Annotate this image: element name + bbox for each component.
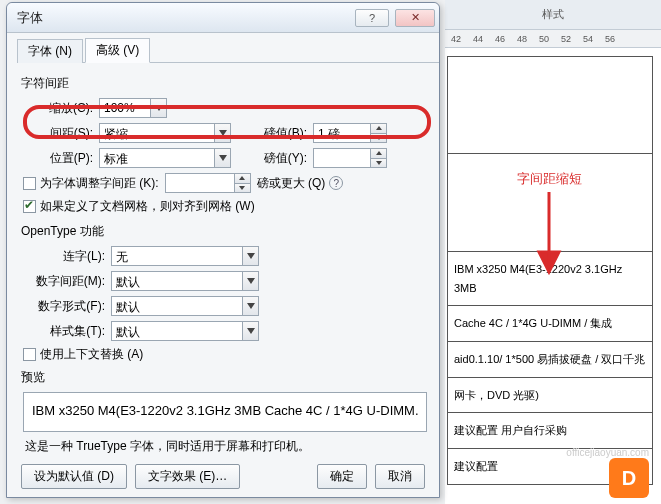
table-cell[interactable] bbox=[447, 56, 653, 154]
defaults-button[interactable]: 设为默认值 (D) bbox=[21, 464, 127, 489]
tab-advanced[interactable]: 高级 (V) bbox=[85, 38, 150, 63]
styleset-value: 默认 bbox=[112, 322, 242, 340]
spacing-label: 间距(S): bbox=[23, 125, 93, 142]
spin-down-icon[interactable] bbox=[235, 183, 250, 193]
ruler-tick: 48 bbox=[517, 34, 527, 44]
position-points-value bbox=[314, 149, 370, 167]
close-icon: ✕ bbox=[411, 11, 420, 24]
text-effects-button[interactable]: 文字效果 (E)… bbox=[135, 464, 240, 489]
styleset-dropdown[interactable]: 默认 bbox=[111, 321, 259, 341]
ok-button[interactable]: 确定 bbox=[317, 464, 367, 489]
spacing-value: 紧缩 bbox=[100, 124, 214, 142]
annotation-label: 字间距缩短 bbox=[464, 170, 634, 285]
position-dropdown[interactable]: 标准 bbox=[99, 148, 231, 168]
preview-note: 这是一种 TrueType 字体，同时适用于屏幕和打印机。 bbox=[25, 438, 425, 455]
kerning-spinner[interactable] bbox=[165, 173, 251, 193]
kerning-unit: 磅或更大 (Q) bbox=[257, 175, 326, 192]
ligatures-label: 连字(L): bbox=[23, 248, 105, 265]
question-icon: ? bbox=[369, 12, 375, 24]
ribbon-group-label: 样式 bbox=[445, 0, 661, 30]
position-value: 标准 bbox=[100, 149, 214, 167]
cancel-button[interactable]: 取消 bbox=[375, 464, 425, 489]
ruler-tick: 44 bbox=[473, 34, 483, 44]
chevron-down-icon bbox=[242, 322, 258, 340]
numforms-value: 默认 bbox=[112, 297, 242, 315]
numspacing-label: 数字间距(M): bbox=[23, 273, 105, 290]
chevron-down-icon bbox=[150, 99, 166, 117]
help-icon[interactable]: ? bbox=[329, 176, 343, 190]
table-cell[interactable]: aid0.1.10/ 1*500 易插拔硬盘 / 双口千兆 bbox=[447, 342, 653, 378]
chevron-down-icon bbox=[242, 272, 258, 290]
snap-grid-checkbox[interactable] bbox=[23, 200, 36, 213]
tab-label: 高级 (V) bbox=[96, 43, 139, 57]
scale-dropdown[interactable]: 100% bbox=[99, 98, 167, 118]
tab-font[interactable]: 字体 (N) bbox=[17, 39, 83, 63]
horizontal-ruler: 42 44 46 48 50 52 54 56 bbox=[445, 30, 661, 48]
preview-box: IBM x3250 M4(E3-1220v2 3.1GHz 3MB Cache … bbox=[23, 392, 427, 432]
tab-label: 字体 (N) bbox=[28, 44, 72, 58]
table-cell[interactable]: Cache 4C / 1*4G U-DIMM / 集成 bbox=[447, 306, 653, 342]
numspacing-dropdown[interactable]: 默认 bbox=[111, 271, 259, 291]
position-points-label: 磅值(Y): bbox=[247, 150, 307, 167]
points-value: 1 磅 bbox=[314, 124, 370, 142]
spin-down-icon[interactable] bbox=[371, 133, 386, 143]
styleset-label: 样式集(T): bbox=[23, 323, 105, 340]
ligatures-value: 无 bbox=[112, 247, 242, 265]
context-checkbox[interactable] bbox=[23, 348, 36, 361]
snap-grid-label: 如果定义了文档网格，则对齐到网格 (W) bbox=[40, 198, 255, 215]
points-label: 磅值(B): bbox=[247, 125, 307, 142]
spin-up-icon[interactable] bbox=[371, 124, 386, 133]
context-label: 使用上下文替换 (A) bbox=[40, 346, 143, 363]
points-spinner[interactable]: 1 磅 bbox=[313, 123, 387, 143]
position-label: 位置(P): bbox=[23, 150, 93, 167]
section-preview: 预览 bbox=[21, 369, 427, 386]
arrow-down-icon bbox=[534, 192, 564, 285]
spacing-dropdown[interactable]: 紧缩 bbox=[99, 123, 231, 143]
numforms-label: 数字形式(F): bbox=[23, 298, 105, 315]
section-opentype: OpenType 功能 bbox=[21, 223, 427, 240]
spin-up-icon[interactable] bbox=[235, 174, 250, 183]
numspacing-value: 默认 bbox=[112, 272, 242, 290]
ruler-tick: 50 bbox=[539, 34, 549, 44]
font-dialog: 字体 ? ✕ 字体 (N) 高级 (V) 字符间距 缩放(C): 100% 间距… bbox=[6, 2, 440, 498]
site-logo-icon: D bbox=[609, 458, 649, 498]
dialog-button-row: 设为默认值 (D) 文字效果 (E)… 确定 取消 bbox=[7, 464, 439, 489]
scale-value: 100% bbox=[100, 99, 150, 117]
help-button[interactable]: ? bbox=[355, 9, 389, 27]
table-cell[interactable]: 建议配置 用户自行采购 bbox=[447, 413, 653, 449]
ruler-tick: 56 bbox=[605, 34, 615, 44]
kerning-checkbox[interactable] bbox=[23, 177, 36, 190]
close-button[interactable]: ✕ bbox=[395, 9, 435, 27]
chevron-down-icon bbox=[242, 297, 258, 315]
dialog-titlebar[interactable]: 字体 ? ✕ bbox=[7, 3, 439, 33]
position-points-spinner[interactable] bbox=[313, 148, 387, 168]
watermark-text: officejiaoyuan.com bbox=[566, 447, 649, 458]
tab-row: 字体 (N) 高级 (V) bbox=[17, 39, 439, 63]
chevron-down-icon bbox=[214, 124, 230, 142]
ruler-tick: 52 bbox=[561, 34, 571, 44]
ruler-tick: 42 bbox=[451, 34, 461, 44]
dialog-title: 字体 bbox=[17, 9, 355, 27]
kerning-value bbox=[166, 174, 234, 192]
ruler-tick: 54 bbox=[583, 34, 593, 44]
chevron-down-icon bbox=[242, 247, 258, 265]
kerning-label: 为字体调整字间距 (K): bbox=[40, 175, 159, 192]
ligatures-dropdown[interactable]: 无 bbox=[111, 246, 259, 266]
spin-up-icon[interactable] bbox=[371, 149, 386, 158]
annotation-text: 字间距缩短 bbox=[517, 171, 582, 186]
spin-down-icon[interactable] bbox=[371, 158, 386, 168]
scale-label: 缩放(C): bbox=[23, 100, 93, 117]
ruler-tick: 46 bbox=[495, 34, 505, 44]
section-char-spacing: 字符间距 bbox=[21, 75, 427, 92]
numforms-dropdown[interactable]: 默认 bbox=[111, 296, 259, 316]
table-cell[interactable]: 网卡，DVD 光驱) bbox=[447, 378, 653, 414]
chevron-down-icon bbox=[214, 149, 230, 167]
